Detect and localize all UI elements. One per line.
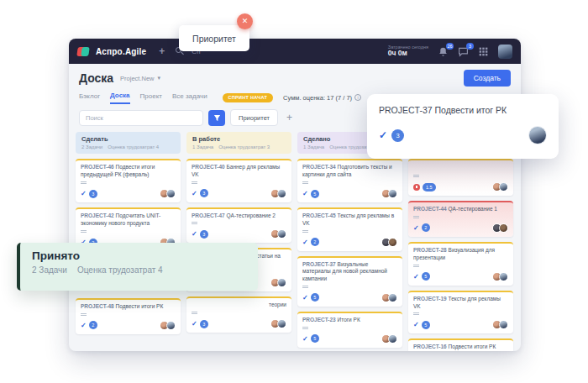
task-card[interactable]: 1.5 (408, 159, 513, 196)
assignee-avatar (499, 182, 508, 192)
points-badge: 1.5 (423, 183, 436, 192)
tab-project[interactable]: Проект (140, 92, 162, 103)
assignee-avatar (499, 320, 508, 329)
points-badge: 2 (89, 321, 97, 329)
column-header: В работе 1 ЗадачаОценка трудозатрат 3 (186, 132, 291, 154)
bell-badge: 26 (446, 43, 454, 50)
assignee-avatar (528, 126, 547, 144)
task-card[interactable]: PROJECT-47 QA-тестирование 2 ✓3 (186, 207, 291, 244)
tab-board[interactable]: Доска (110, 92, 129, 104)
chat-icon[interactable]: 3 (458, 46, 469, 57)
filter-button[interactable] (208, 110, 225, 126)
points-badge: 2 (422, 223, 430, 232)
page-title: Доска (79, 71, 113, 85)
popup-card-title: PROJECT-37 Подвести итог РК (379, 105, 547, 115)
top-navbar: Аспро.Agile + Сп Затрачено сегодня 0ч 0м… (69, 39, 521, 64)
points-badge: 3 (200, 189, 208, 197)
create-button[interactable]: Создать (464, 70, 511, 87)
add-filter-button[interactable]: + (283, 112, 296, 123)
description-icon (302, 181, 308, 186)
chat-badge: 3 (466, 43, 474, 50)
task-card[interactable]: PROJECT-44 QA-тестирование 1 ✓2 (408, 201, 513, 237)
app-window: Аспро.Agile + Сп Затрачено сегодня 0ч 0м… (69, 39, 521, 351)
description-icon (302, 327, 308, 331)
close-icon[interactable]: ✕ (237, 13, 253, 29)
check-icon: ✓ (413, 224, 419, 232)
task-card[interactable]: PROJECT-34 Подготовить тексты и картинки… (297, 159, 402, 202)
column-todo: Сделать 2 ЗадачиОценка трудозатрат 4 PRO… (76, 132, 181, 339)
assignee-avatar (277, 319, 286, 328)
points-badge: 5 (311, 293, 319, 302)
priority-tooltip: Приоритет (179, 25, 249, 51)
description-icon (413, 175, 419, 179)
check-icon: ✓ (302, 335, 308, 343)
check-icon: ✓ (81, 190, 87, 197)
description-icon (413, 265, 419, 269)
chevron-down-icon: ▾ (158, 75, 161, 81)
check-icon: ✓ (192, 320, 197, 328)
info-icon[interactable]: i (354, 94, 361, 101)
column-in-progress: В работе 1 ЗадачаОценка трудозатрат 3 PR… (186, 132, 291, 338)
assignee-avatar (388, 189, 397, 198)
task-card[interactable]: PROJECT-28 Визуализация для презентации … (408, 242, 513, 286)
kanban-board: Сделать 2 ЗадачиОценка трудозатрат 4 PRO… (69, 130, 521, 351)
task-card[interactable]: PROJECT-40 Баннер для рекламы VK ✓3 (186, 159, 291, 202)
assignee-avatar (499, 223, 508, 233)
task-card[interactable]: PROJECT-37 Визуальные материалы для ново… (297, 256, 402, 307)
points-badge: 5 (422, 272, 430, 281)
app-logo-icon (77, 46, 88, 57)
assignee-avatar (277, 278, 286, 287)
task-card[interactable]: PROJECT-46 Подвести итоги предыдущей РК … (76, 159, 181, 202)
description-icon (81, 230, 87, 234)
overdue-alarm-icon (413, 184, 420, 191)
description-icon (302, 230, 308, 234)
assignee-avatar (166, 321, 176, 330)
task-card[interactable]: PROJECT-48 Подвести итоги РК ✓2 (76, 298, 181, 334)
check-icon: ✓ (413, 321, 419, 328)
board-select[interactable]: Project.New ▾ (120, 75, 160, 82)
tab-backlog[interactable]: Бэклог (79, 92, 100, 103)
bell-icon[interactable]: 26 (438, 46, 449, 57)
app-name: Аспро.Agile (96, 47, 146, 56)
time-tracker: Затрачено сегодня 0ч 0м (388, 45, 428, 57)
card-popup[interactable]: PROJECT-37 Подвести итог РК ✓ 3 (367, 94, 559, 159)
task-card[interactable]: PROJECT-19 Тексты для рекламы VK ✓5 (408, 291, 513, 334)
apps-grid-icon[interactable] (478, 46, 489, 57)
points-badge: 3 (89, 190, 97, 198)
tab-all-tasks[interactable]: Все задачи (172, 92, 207, 103)
description-icon (302, 286, 308, 290)
check-icon: ✓ (302, 294, 308, 302)
check-icon: ✓ (379, 129, 387, 141)
callout-title: Принято (32, 249, 246, 262)
check-icon: ✓ (192, 190, 197, 197)
assignee-avatar (388, 238, 397, 247)
score-summary: Сумм. оценка: 17 (7 / 7) i (283, 94, 361, 102)
accepted-column-callout: Принято 2 Задачи Оценка трудозатрат 4 (17, 243, 258, 291)
description-icon (81, 313, 87, 317)
points-badge: 5 (422, 321, 430, 329)
assignee-avatar (166, 189, 176, 198)
description-icon (192, 312, 197, 316)
task-card[interactable]: PROJECT-45 Тексты для рекламы в VK ✓2 (297, 207, 402, 251)
assignee-avatar (277, 189, 286, 198)
user-avatar[interactable] (498, 45, 512, 59)
task-card[interactable]: PROJECT-16 Подвести итоги РК (408, 338, 513, 351)
funnel-icon (213, 114, 221, 122)
points-badge: 5 (311, 190, 319, 198)
assignee-avatar (277, 229, 286, 239)
search-input[interactable] (79, 110, 203, 126)
task-card[interactable]: теории ✓3 (186, 296, 291, 333)
check-icon: ✓ (413, 273, 419, 281)
column-accepted: Принято 2 ЗадачиОценка трудозатрат 4 1.5… (408, 132, 513, 351)
points-badge: 5 (311, 334, 319, 343)
points-badge: 3 (200, 320, 208, 328)
assignee-avatar (388, 334, 397, 344)
priority-filter-chip[interactable]: Приоритет (230, 109, 278, 126)
check-icon: ✓ (81, 322, 87, 329)
check-icon: ✓ (302, 239, 308, 246)
add-icon[interactable]: + (159, 45, 165, 57)
check-icon: ✓ (192, 230, 197, 238)
points-badge: 2 (311, 238, 319, 246)
task-card[interactable]: PROJECT-23 Итоги РК ✓5 (297, 312, 402, 348)
check-icon: ✓ (302, 190, 308, 197)
